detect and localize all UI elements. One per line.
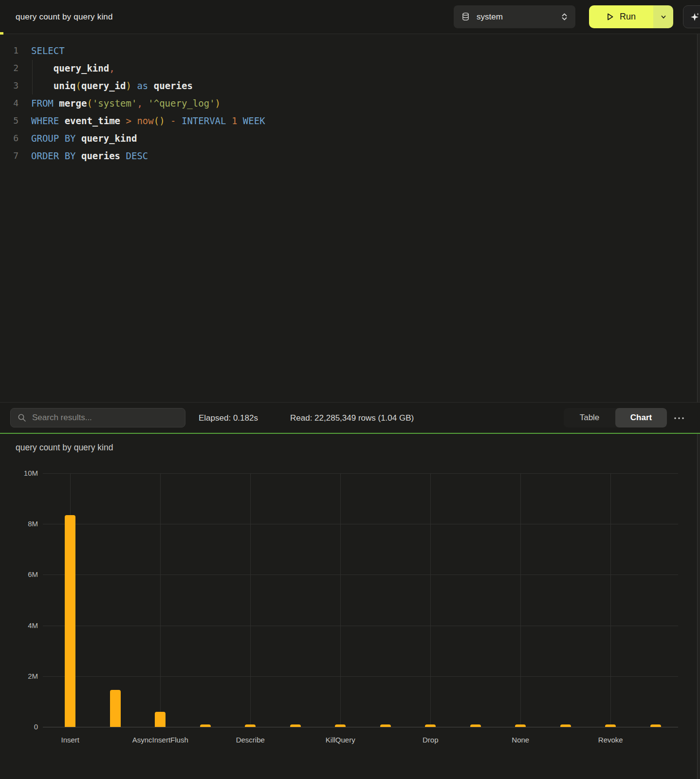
gridline-vertical	[160, 473, 161, 727]
code-token	[31, 63, 54, 74]
code-token: (	[76, 80, 81, 91]
code-line: 4FROM merge('system', '^query_log')	[0, 94, 700, 112]
x-axis-category-label: AsyncInsertFlush	[119, 736, 202, 744]
run-button[interactable]: Run	[589, 5, 653, 28]
code-token	[165, 115, 170, 126]
bar-none	[515, 724, 526, 727]
bar-unlabeled	[560, 724, 571, 727]
code-token: (	[87, 98, 92, 109]
code-line: 2 query_kind,	[0, 59, 700, 77]
gridline-horizontal	[43, 575, 678, 575]
code-token: query_kind	[81, 133, 137, 144]
code-token: -	[170, 115, 176, 126]
bar-killquery	[335, 724, 346, 727]
code-token	[131, 115, 137, 126]
y-axis-tick-label: 4M	[9, 621, 38, 630]
gridline-vertical	[250, 473, 251, 727]
bar-unlabeled	[110, 690, 121, 727]
code-token: >	[126, 115, 131, 126]
database-selector-value: system	[477, 12, 561, 22]
y-axis-tick-label: 0	[9, 723, 38, 731]
ellipsis-icon	[674, 417, 684, 420]
code-token: ,	[137, 98, 142, 109]
search-results-input[interactable]	[32, 413, 178, 423]
y-axis-tick-label: 2M	[9, 672, 38, 681]
gridline-horizontal	[43, 626, 678, 626]
code-text: WHERE event_time > now() - INTERVAL 1 WE…	[18, 112, 265, 130]
ai-assistant-button[interactable]	[683, 5, 700, 28]
x-axis-category-label: None	[479, 736, 562, 744]
line-number: 3	[0, 77, 18, 94]
view-toggle-table[interactable]: Table	[564, 408, 615, 427]
chevron-down-icon	[660, 14, 667, 20]
more-options-button[interactable]	[672, 411, 686, 425]
code-token: '^query_log'	[148, 98, 215, 109]
code-token: queries	[154, 80, 193, 91]
x-axis-category-label: KillQuery	[299, 736, 382, 744]
code-token: event_time	[65, 115, 120, 126]
line-number: 7	[0, 147, 18, 165]
code-line: 3 uniq(query_id) as queries	[0, 77, 700, 94]
code-token: WEEK	[243, 115, 265, 126]
code-line: 5WHERE event_time > now() - INTERVAL 1 W…	[0, 112, 700, 130]
bar-insert	[65, 515, 75, 727]
code-token: merge	[59, 98, 87, 109]
line-number: 2	[0, 59, 18, 77]
view-toggle-chart[interactable]: Chart	[615, 408, 667, 427]
code-token: query_kind	[54, 63, 109, 74]
bar-unlabeled	[290, 724, 301, 727]
code-text: FROM merge('system', '^query_log')	[18, 94, 221, 112]
code-token: GROUP BY	[31, 133, 76, 144]
y-axis-tick-label: 8M	[9, 519, 38, 528]
bar-unlabeled	[200, 724, 211, 727]
code-token: as	[137, 80, 148, 91]
bar-revoke	[605, 724, 616, 727]
code-token: uniq	[54, 80, 76, 91]
y-axis-tick-label: 10M	[9, 469, 38, 478]
run-options-button[interactable]	[653, 5, 673, 28]
code-token	[148, 80, 153, 91]
indent-guide	[32, 60, 33, 94]
run-button-group: Run	[589, 5, 673, 28]
sparkles-icon	[689, 12, 700, 22]
code-text: query_kind,	[18, 59, 115, 77]
bar-asyncinsertflush	[155, 712, 166, 727]
code-token	[59, 115, 64, 126]
bar-unlabeled	[470, 724, 481, 727]
database-selector[interactable]: system	[454, 5, 575, 28]
code-line: 6GROUP BY query_kind	[0, 130, 700, 147]
code-token	[54, 98, 59, 109]
bar-describe	[245, 724, 256, 727]
play-icon	[607, 13, 614, 21]
y-axis-tick-label: 6M	[9, 570, 38, 579]
x-axis-category-label: Insert	[29, 736, 111, 744]
gridline-vertical	[340, 473, 341, 727]
sql-editor[interactable]: 1SELECT2 query_kind,3 uniq(query_id) as …	[0, 35, 700, 402]
database-icon	[461, 12, 470, 21]
code-token: 1	[232, 115, 237, 126]
code-token: ()	[154, 115, 165, 126]
code-token: ORDER BY	[31, 150, 76, 161]
code-token	[237, 115, 242, 126]
x-axis-category-label: Drop	[389, 736, 472, 744]
code-token: SELECT	[31, 45, 65, 56]
elapsed-stat: Elapsed: 0.182s	[199, 403, 258, 433]
code-line: 1SELECT	[0, 42, 700, 59]
code-token: DESC	[126, 150, 148, 161]
gridline-vertical	[610, 473, 611, 727]
bar-drop	[425, 724, 436, 727]
line-number: 1	[0, 42, 18, 59]
code-token	[226, 115, 232, 126]
code-token: ,	[109, 63, 114, 74]
query-title: query count by query kind	[16, 12, 113, 22]
code-text: GROUP BY query_kind	[18, 130, 137, 147]
code-token: FROM	[31, 98, 54, 109]
gridline-horizontal	[43, 524, 678, 524]
section-divider	[0, 433, 700, 434]
code-line: 7ORDER BY queries DESC	[0, 147, 700, 165]
gridline-vertical	[520, 473, 521, 727]
code-token: )	[126, 80, 131, 91]
x-axis-line	[43, 727, 678, 727]
code-token: )	[215, 98, 221, 109]
search-box	[10, 408, 185, 427]
